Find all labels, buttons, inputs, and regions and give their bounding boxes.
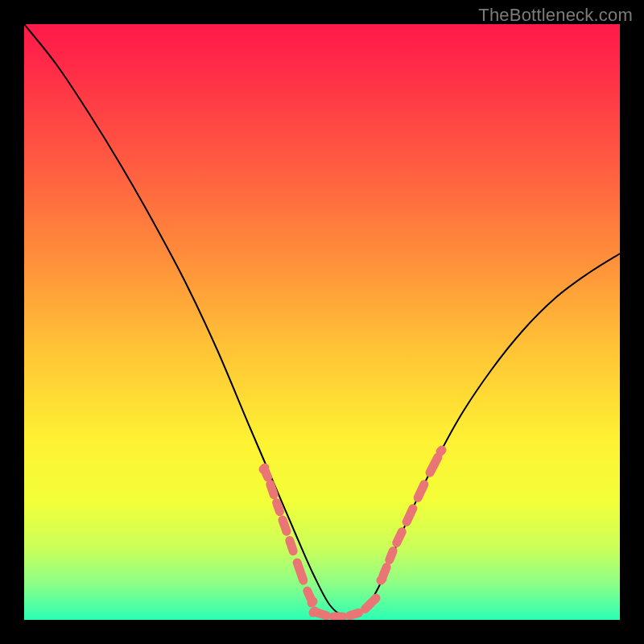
dash-marker xyxy=(313,611,315,613)
dash-marker xyxy=(390,551,393,560)
dash-marker xyxy=(440,450,442,452)
dash-marker xyxy=(381,579,382,580)
chart-plot-area xyxy=(24,24,620,620)
dash-marker xyxy=(308,591,311,599)
curve-path xyxy=(24,24,620,617)
dash-marker xyxy=(374,598,376,600)
chart-dashed-markers xyxy=(263,450,442,617)
dash-marker xyxy=(430,457,438,473)
dash-marker xyxy=(365,602,373,609)
dash-marker xyxy=(263,468,265,469)
dash-marker xyxy=(270,484,274,494)
dash-marker xyxy=(283,520,287,531)
dash-marker xyxy=(297,563,303,580)
dash-marker xyxy=(277,503,280,512)
chart-curve xyxy=(24,24,620,617)
dash-marker xyxy=(318,613,327,615)
chart-svg xyxy=(24,24,620,620)
dash-marker xyxy=(290,540,293,551)
watermark-text: TheBottleneck.com xyxy=(478,5,633,26)
dash-marker xyxy=(407,509,413,522)
dash-marker xyxy=(350,613,359,615)
dash-marker xyxy=(418,485,424,498)
dash-marker xyxy=(312,601,313,603)
dash-marker xyxy=(397,532,402,543)
